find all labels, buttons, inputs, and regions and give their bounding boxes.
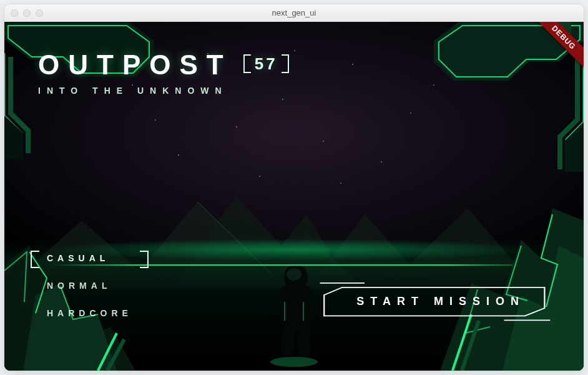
astronaut-silhouette <box>266 262 322 371</box>
app-window: next_gen_ui <box>4 4 584 371</box>
title-block: OUTPOST 57 INTO THE UNKNOWN <box>38 49 292 96</box>
difficulty-selector: CASUAL NORMAL HARDCORE <box>41 251 139 321</box>
difficulty-option-casual[interactable]: CASUAL <box>41 251 139 266</box>
start-mission-button[interactable]: START MISSION <box>323 286 546 317</box>
difficulty-option-normal[interactable]: NORMAL <box>41 278 139 293</box>
window-controls <box>11 9 43 17</box>
game-subtitle: INTO THE UNKNOWN <box>38 86 292 96</box>
window-title: next_gen_ui <box>4 8 584 18</box>
foreground-rocks-right <box>396 183 584 371</box>
svg-point-14 <box>270 357 318 367</box>
window-minimize-icon[interactable] <box>23 9 31 17</box>
game-title-badge: 57 <box>241 54 292 74</box>
game-title: OUTPOST 57 <box>38 49 292 81</box>
window-zoom-icon[interactable] <box>36 9 43 17</box>
game-title-text: OUTPOST <box>38 49 232 81</box>
difficulty-option-hardcore[interactable]: HARDCORE <box>41 306 139 321</box>
svg-marker-17 <box>325 288 545 316</box>
window-close-icon[interactable] <box>11 9 18 17</box>
game-viewport: DEBUG OUTPOST 57 INTO THE UNKNOWN CASUAL… <box>4 22 584 371</box>
window-titlebar: next_gen_ui <box>4 4 584 22</box>
